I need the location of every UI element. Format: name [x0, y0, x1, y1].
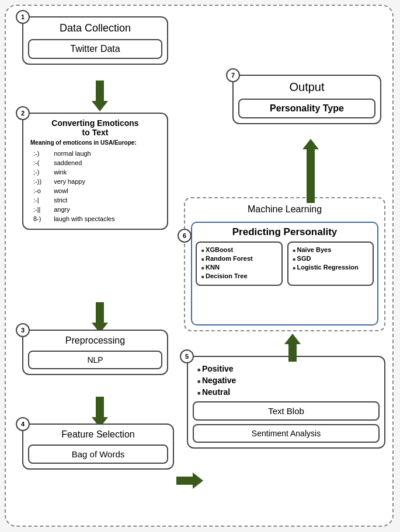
list-item: Neutral: [197, 387, 375, 397]
emoticons-table: :-)normal laugh :-(saddened ;-)wink :-))…: [30, 148, 160, 224]
list-item: XGBoost: [201, 246, 277, 253]
predict-box: Predicting Personality XGBoost Random Fo…: [191, 222, 378, 326]
output-label: Output: [238, 80, 375, 94]
sentiment-list: Positive Negative Neutral: [193, 362, 380, 401]
section3-box: 3 Preprocessing NLP: [22, 330, 168, 375]
section6-ml-outer: 6 Machine Learning Predicting Personalit…: [184, 197, 385, 331]
list-item: Naïve Byes: [293, 246, 368, 253]
section4-box: 4 Feature Selection Bag of Words: [22, 424, 174, 470]
emoticons-title: Converting Emoticons to Text: [30, 118, 160, 137]
circle-7: 7: [226, 68, 240, 82]
arrow-2-3: [92, 302, 108, 333]
section1-box: 1 Data Collection Twitter Data: [22, 16, 168, 65]
table-row: 8-)laugh with spectacles: [32, 215, 159, 223]
table-row: :-)normal laugh: [32, 149, 159, 158]
table-row: :-))very happy: [32, 177, 159, 186]
predict-columns: XGBoost Random Forest KNN Decision Tree …: [196, 242, 374, 286]
table-row: :-||angry: [32, 205, 159, 214]
circle-5: 5: [180, 349, 194, 363]
data-collection-label: Data Collection: [28, 22, 162, 34]
circle-1: 1: [16, 10, 30, 24]
section2-box: 2 Converting Emoticons to Text Meaning o…: [22, 113, 168, 230]
emoticons-subtitle: Meaning of emoticons in USA/Europe:: [30, 139, 160, 146]
list-item: Logistic Regression: [293, 264, 368, 271]
predict-col-right: Naïve Byes SGD Logistic Regression: [287, 242, 374, 286]
nlp-box: NLP: [28, 351, 162, 369]
arrow-4-5: [176, 473, 203, 489]
twitter-data-box: Twitter Data: [28, 39, 162, 59]
predicting-personality-title: Predicting Personality: [196, 226, 374, 238]
list-item: Negative: [197, 376, 375, 385]
circle-4: 4: [16, 417, 30, 431]
arrow-5-6: [284, 334, 301, 362]
section5-box: 5 Positive Negative Neutral Text Blob Se…: [187, 356, 385, 449]
sentiment-analysis-box: Sentiment Analysis: [193, 424, 380, 443]
table-row: ;-)wink: [32, 168, 159, 176]
table-row: :-(saddened: [32, 159, 159, 167]
table-row: :-|strict: [32, 196, 159, 204]
preprocessing-label: Preprocessing: [28, 335, 162, 346]
list-item: Positive: [197, 364, 375, 373]
ml-label: Machine Learning: [248, 204, 322, 215]
text-blob-box: Text Blob: [193, 401, 380, 421]
bag-of-words-box: Bag of Words: [28, 444, 168, 464]
list-item: KNN: [201, 264, 277, 271]
feature-selection-label: Feature Selection: [28, 429, 168, 440]
arrow-6-7: [302, 139, 319, 203]
table-row: :-owowl: [32, 187, 159, 195]
circle-2: 2: [16, 106, 30, 120]
section7-box: 7 Output Personality Type: [232, 75, 381, 124]
circle-3: 3: [16, 323, 30, 337]
main-container: 1 Data Collection Twitter Data 2 Convert…: [5, 5, 394, 527]
list-item: Decision Tree: [201, 272, 277, 279]
personality-type-box: Personality Type: [238, 99, 375, 118]
list-item: Random Forest: [201, 255, 277, 262]
predict-col-left: XGBoost Random Forest KNN Decision Tree: [196, 242, 283, 286]
list-item: SGD: [293, 255, 368, 262]
arrow-1-2: [92, 80, 108, 111]
circle-6: 6: [178, 229, 192, 243]
